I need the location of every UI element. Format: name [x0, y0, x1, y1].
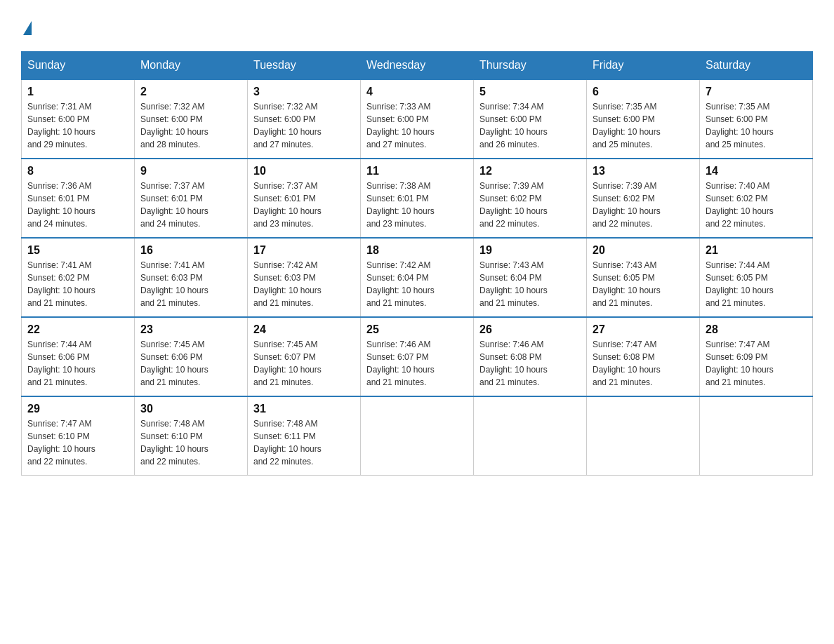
day-info: Sunrise: 7:45 AM Sunset: 6:06 PM Dayligh… [140, 340, 208, 387]
day-info: Sunrise: 7:48 AM Sunset: 6:10 PM Dayligh… [140, 419, 208, 467]
calendar-cell: 23 Sunrise: 7:45 AM Sunset: 6:06 PM Dayl… [135, 317, 248, 396]
calendar-cell: 21 Sunrise: 7:44 AM Sunset: 6:05 PM Dayl… [700, 238, 813, 317]
day-info: Sunrise: 7:44 AM Sunset: 6:05 PM Dayligh… [706, 260, 774, 308]
calendar-cell: 26 Sunrise: 7:46 AM Sunset: 6:08 PM Dayl… [474, 317, 587, 396]
day-number: 17 [253, 244, 355, 257]
header-friday: Friday [587, 51, 700, 79]
day-info: Sunrise: 7:39 AM Sunset: 6:02 PM Dayligh… [593, 181, 661, 229]
calendar-cell [361, 396, 474, 476]
day-info: Sunrise: 7:39 AM Sunset: 6:02 PM Dayligh… [479, 181, 548, 229]
calendar-cell: 24 Sunrise: 7:45 AM Sunset: 6:07 PM Dayl… [248, 317, 361, 396]
day-number: 29 [27, 403, 128, 415]
day-info: Sunrise: 7:47 AM Sunset: 6:09 PM Dayligh… [706, 340, 774, 387]
day-info: Sunrise: 7:32 AM Sunset: 6:00 PM Dayligh… [140, 102, 208, 149]
calendar-cell: 13 Sunrise: 7:39 AM Sunset: 6:02 PM Dayl… [587, 159, 700, 238]
day-number: 23 [140, 323, 241, 336]
day-info: Sunrise: 7:33 AM Sunset: 6:00 PM Dayligh… [366, 102, 435, 149]
day-info: Sunrise: 7:47 AM Sunset: 6:10 PM Dayligh… [27, 419, 95, 467]
calendar-cell: 11 Sunrise: 7:38 AM Sunset: 6:01 PM Dayl… [361, 159, 474, 238]
calendar-cell: 8 Sunrise: 7:36 AM Sunset: 6:01 PM Dayli… [22, 159, 135, 238]
header-saturday: Saturday [700, 51, 813, 79]
header-wednesday: Wednesday [361, 51, 474, 79]
calendar-week-row: 1 Sunrise: 7:31 AM Sunset: 6:00 PM Dayli… [22, 79, 813, 159]
logo-triangle-icon [23, 21, 32, 35]
day-info: Sunrise: 7:46 AM Sunset: 6:08 PM Dayligh… [479, 340, 548, 387]
calendar-cell: 10 Sunrise: 7:37 AM Sunset: 6:01 PM Dayl… [248, 159, 361, 238]
logo [21, 17, 32, 37]
calendar-cell [700, 396, 813, 476]
header-thursday: Thursday [474, 51, 587, 79]
day-info: Sunrise: 7:36 AM Sunset: 6:01 PM Dayligh… [27, 181, 95, 229]
day-info: Sunrise: 7:42 AM Sunset: 6:04 PM Dayligh… [366, 260, 435, 308]
day-info: Sunrise: 7:43 AM Sunset: 6:04 PM Dayligh… [479, 260, 548, 308]
day-info: Sunrise: 7:41 AM Sunset: 6:03 PM Dayligh… [140, 260, 208, 308]
calendar-cell: 3 Sunrise: 7:32 AM Sunset: 6:00 PM Dayli… [248, 79, 361, 159]
day-info: Sunrise: 7:45 AM Sunset: 6:07 PM Dayligh… [253, 340, 322, 387]
calendar-cell: 22 Sunrise: 7:44 AM Sunset: 6:06 PM Dayl… [22, 317, 135, 396]
day-number: 1 [27, 86, 128, 98]
day-number: 7 [706, 86, 807, 98]
calendar-cell [474, 396, 587, 476]
day-number: 26 [479, 323, 581, 336]
calendar-cell: 27 Sunrise: 7:47 AM Sunset: 6:08 PM Dayl… [587, 317, 700, 396]
day-info: Sunrise: 7:35 AM Sunset: 6:00 PM Dayligh… [593, 102, 661, 149]
day-info: Sunrise: 7:41 AM Sunset: 6:02 PM Dayligh… [27, 260, 95, 308]
calendar-cell: 4 Sunrise: 7:33 AM Sunset: 6:00 PM Dayli… [361, 79, 474, 159]
day-number: 3 [253, 86, 355, 98]
calendar-cell: 31 Sunrise: 7:48 AM Sunset: 6:11 PM Dayl… [248, 396, 361, 476]
day-info: Sunrise: 7:32 AM Sunset: 6:00 PM Dayligh… [253, 102, 322, 149]
day-number: 25 [366, 323, 468, 336]
calendar-cell: 12 Sunrise: 7:39 AM Sunset: 6:02 PM Dayl… [474, 159, 587, 238]
calendar-week-row: 15 Sunrise: 7:41 AM Sunset: 6:02 PM Dayl… [22, 238, 813, 317]
day-info: Sunrise: 7:44 AM Sunset: 6:06 PM Dayligh… [27, 340, 95, 387]
calendar-table: SundayMondayTuesdayWednesdayThursdayFrid… [21, 51, 813, 476]
day-number: 18 [366, 244, 468, 257]
calendar-week-row: 29 Sunrise: 7:47 AM Sunset: 6:10 PM Dayl… [22, 396, 813, 476]
day-number: 24 [253, 323, 355, 336]
calendar-week-row: 22 Sunrise: 7:44 AM Sunset: 6:06 PM Dayl… [22, 317, 813, 396]
day-number: 6 [593, 86, 694, 98]
calendar-cell: 17 Sunrise: 7:42 AM Sunset: 6:03 PM Dayl… [248, 238, 361, 317]
page-header [21, 17, 813, 37]
day-number: 9 [140, 165, 241, 177]
calendar-cell: 16 Sunrise: 7:41 AM Sunset: 6:03 PM Dayl… [135, 238, 248, 317]
calendar-cell: 6 Sunrise: 7:35 AM Sunset: 6:00 PM Dayli… [587, 79, 700, 159]
day-info: Sunrise: 7:43 AM Sunset: 6:05 PM Dayligh… [593, 260, 661, 308]
day-info: Sunrise: 7:37 AM Sunset: 6:01 PM Dayligh… [140, 181, 208, 229]
header-tuesday: Tuesday [248, 51, 361, 79]
day-info: Sunrise: 7:38 AM Sunset: 6:01 PM Dayligh… [366, 181, 435, 229]
day-number: 13 [593, 165, 694, 177]
calendar-cell: 14 Sunrise: 7:40 AM Sunset: 6:02 PM Dayl… [700, 159, 813, 238]
header-monday: Monday [135, 51, 248, 79]
day-number: 28 [706, 323, 807, 336]
calendar-cell: 9 Sunrise: 7:37 AM Sunset: 6:01 PM Dayli… [135, 159, 248, 238]
calendar-cell: 28 Sunrise: 7:47 AM Sunset: 6:09 PM Dayl… [700, 317, 813, 396]
day-number: 11 [366, 165, 468, 177]
calendar-cell: 25 Sunrise: 7:46 AM Sunset: 6:07 PM Dayl… [361, 317, 474, 396]
calendar-cell: 20 Sunrise: 7:43 AM Sunset: 6:05 PM Dayl… [587, 238, 700, 317]
day-info: Sunrise: 7:42 AM Sunset: 6:03 PM Dayligh… [253, 260, 322, 308]
day-number: 21 [706, 244, 807, 257]
day-number: 27 [593, 323, 694, 336]
header-sunday: Sunday [22, 51, 135, 79]
calendar-cell: 19 Sunrise: 7:43 AM Sunset: 6:04 PM Dayl… [474, 238, 587, 317]
day-number: 15 [27, 244, 128, 257]
day-number: 19 [479, 244, 581, 257]
calendar-cell: 2 Sunrise: 7:32 AM Sunset: 6:00 PM Dayli… [135, 79, 248, 159]
day-number: 2 [140, 86, 241, 98]
day-number: 14 [706, 165, 807, 177]
calendar-cell: 15 Sunrise: 7:41 AM Sunset: 6:02 PM Dayl… [22, 238, 135, 317]
calendar-cell: 18 Sunrise: 7:42 AM Sunset: 6:04 PM Dayl… [361, 238, 474, 317]
day-number: 30 [140, 403, 241, 415]
day-info: Sunrise: 7:47 AM Sunset: 6:08 PM Dayligh… [593, 340, 661, 387]
calendar-header-row: SundayMondayTuesdayWednesdayThursdayFrid… [22, 51, 813, 79]
logo-text [21, 17, 32, 37]
day-number: 12 [479, 165, 581, 177]
calendar-cell: 7 Sunrise: 7:35 AM Sunset: 6:00 PM Dayli… [700, 79, 813, 159]
day-info: Sunrise: 7:46 AM Sunset: 6:07 PM Dayligh… [366, 340, 435, 387]
calendar-cell: 5 Sunrise: 7:34 AM Sunset: 6:00 PM Dayli… [474, 79, 587, 159]
calendar-cell: 30 Sunrise: 7:48 AM Sunset: 6:10 PM Dayl… [135, 396, 248, 476]
calendar-week-row: 8 Sunrise: 7:36 AM Sunset: 6:01 PM Dayli… [22, 159, 813, 238]
day-number: 8 [27, 165, 128, 177]
calendar-cell [587, 396, 700, 476]
